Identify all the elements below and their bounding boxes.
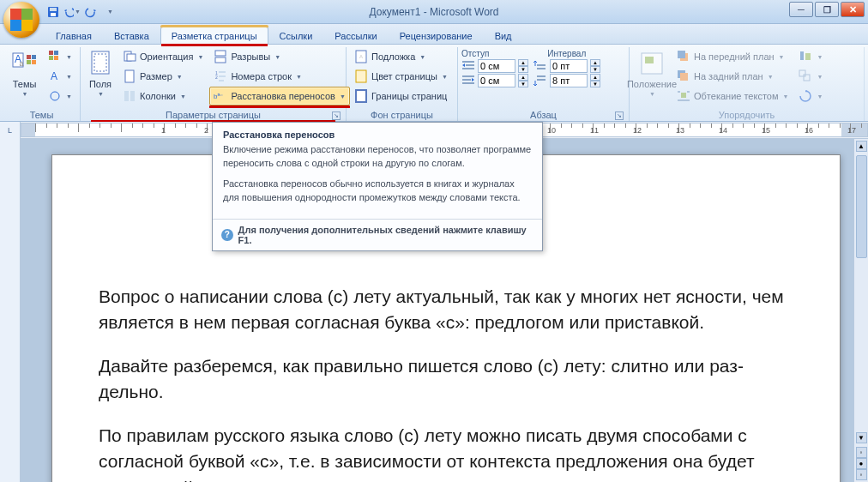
line-numbers-icon: 12 bbox=[214, 69, 227, 83]
chevron-down-icon: ▼ bbox=[197, 54, 203, 60]
svg-rect-22 bbox=[130, 91, 135, 101]
tab-mailings[interactable]: Рассылки bbox=[323, 27, 388, 44]
svg-rect-35 bbox=[462, 61, 474, 63]
send-to-back-button[interactable]: На задний план▼ bbox=[672, 67, 793, 86]
text-wrap-button[interactable]: Обтекание текстом▼ bbox=[672, 87, 793, 105]
close-button[interactable]: ✕ bbox=[841, 2, 865, 17]
svg-text:bª⁻: bª⁻ bbox=[214, 93, 223, 100]
themes-icon: Aa bbox=[11, 50, 39, 77]
line-numbers-label: Номера строк bbox=[231, 71, 292, 81]
page-color-button[interactable]: Цвет страницы▼ bbox=[350, 67, 452, 86]
rotate-button[interactable]: ▼ bbox=[794, 87, 827, 105]
group-button[interactable]: ▼ bbox=[794, 67, 827, 86]
spinner-down[interactable]: ▼ bbox=[518, 81, 528, 87]
spacing-before-icon bbox=[533, 59, 547, 73]
spacing-after-field[interactable]: ▲▼ bbox=[533, 74, 600, 87]
breaks-button[interactable]: Разрывы▼ bbox=[209, 47, 349, 66]
maximize-button[interactable]: ❐ bbox=[815, 2, 839, 17]
svg-text:a: a bbox=[19, 59, 23, 68]
group-arrange: Положение ▼ На передний план▼ На задний … bbox=[630, 47, 865, 121]
vertical-scrollbar[interactable]: ▲ ▼ ◦ ● ◦ bbox=[853, 139, 868, 482]
document-paragraph: Давайте разберемся, как правильно пишетс… bbox=[99, 353, 793, 406]
spinner-up[interactable]: ▲ bbox=[518, 74, 528, 81]
browse-prev-button[interactable]: ◦ bbox=[856, 447, 867, 458]
scroll-up-button[interactable]: ▲ bbox=[856, 141, 867, 152]
tooltip-footer: ? Для получения дополнительных сведений … bbox=[213, 219, 542, 250]
chevron-down-icon: ▼ bbox=[817, 93, 823, 99]
page-color-label: Цвет страницы bbox=[371, 71, 437, 81]
line-numbers-button[interactable]: 12Номера строк▼ bbox=[209, 67, 349, 86]
page-borders-button[interactable]: Границы страниц bbox=[350, 87, 452, 105]
spinner-down[interactable]: ▼ bbox=[518, 66, 528, 73]
browse-select-button[interactable]: ● bbox=[856, 458, 867, 469]
position-icon bbox=[638, 50, 666, 77]
tab-references[interactable]: Ссылки bbox=[268, 27, 324, 44]
theme-colors-button[interactable]: ▼ bbox=[44, 47, 76, 66]
paragraph-dialog-launcher[interactable]: ↘ bbox=[615, 111, 624, 120]
chevron-down-icon: ▼ bbox=[817, 74, 823, 80]
spinner-up[interactable]: ▲ bbox=[590, 59, 600, 66]
scroll-thumb[interactable] bbox=[856, 155, 867, 258]
tab-page-layout[interactable]: Разметка страницы bbox=[160, 27, 268, 44]
group-page-background: AПодложка▼ Цвет страницы▼ Границы страни… bbox=[347, 47, 458, 121]
align-button[interactable]: ▼ bbox=[794, 47, 827, 66]
theme-effects-button[interactable]: ▼ bbox=[44, 87, 76, 105]
spacing-before-input[interactable] bbox=[550, 59, 588, 73]
orientation-button[interactable]: Ориентация▼ bbox=[118, 47, 208, 66]
chevron-down-icon: ▼ bbox=[419, 54, 425, 60]
theme-fonts-button[interactable]: A▼ bbox=[44, 67, 76, 86]
indent-right-icon bbox=[461, 74, 475, 87]
office-logo-icon bbox=[10, 9, 33, 31]
spacing-before-field[interactable]: ▲▼ bbox=[533, 59, 600, 73]
help-icon: ? bbox=[221, 229, 233, 241]
indent-left-field[interactable]: ▲▼ bbox=[461, 59, 528, 73]
watermark-icon: A bbox=[354, 50, 368, 63]
margins-button[interactable]: Поля ▼ bbox=[84, 47, 117, 99]
indent-left-input[interactable] bbox=[478, 59, 515, 73]
tooltip-body: Включение режима расстановки переносов, … bbox=[213, 143, 542, 219]
spacing-after-input[interactable] bbox=[550, 74, 588, 87]
svg-rect-10 bbox=[49, 51, 53, 55]
tooltip-p1: Включение режима расстановки переносов, … bbox=[223, 143, 532, 171]
tab-view[interactable]: Вид bbox=[484, 27, 523, 44]
qat-customize[interactable]: ▼ bbox=[101, 3, 118, 21]
breaks-icon bbox=[214, 50, 227, 63]
scroll-down-button[interactable]: ▼ bbox=[856, 432, 867, 443]
minimize-button[interactable]: ─ bbox=[789, 2, 813, 17]
margins-label: Поля bbox=[89, 79, 112, 89]
chevron-down-icon: ▼ bbox=[274, 54, 280, 60]
watermark-button[interactable]: AПодложка▼ bbox=[350, 47, 452, 66]
vertical-ruler[interactable] bbox=[0, 139, 21, 482]
tooltip-footer-text: Для получения дополнительных сведений на… bbox=[238, 225, 533, 245]
save-button[interactable] bbox=[45, 3, 62, 21]
send-back-icon bbox=[677, 69, 690, 83]
svg-rect-56 bbox=[805, 53, 811, 60]
browse-next-button[interactable]: ◦ bbox=[856, 469, 867, 480]
svg-rect-40 bbox=[462, 75, 474, 77]
tab-review[interactable]: Рецензирование bbox=[389, 27, 484, 44]
bring-to-front-button[interactable]: На передний план▼ bbox=[672, 47, 793, 66]
svg-rect-46 bbox=[645, 57, 654, 63]
page-setup-dialog-launcher[interactable]: ↘ bbox=[332, 111, 341, 120]
hyphenation-button[interactable]: bª⁻Расстановка переносов▼ bbox=[209, 87, 349, 105]
spinner-down[interactable]: ▼ bbox=[590, 66, 600, 73]
columns-icon bbox=[123, 89, 136, 103]
spinner-down[interactable]: ▼ bbox=[590, 81, 600, 87]
tab-home[interactable]: Главная bbox=[45, 27, 103, 44]
svg-rect-57 bbox=[799, 70, 805, 76]
spinner-up[interactable]: ▲ bbox=[518, 59, 528, 66]
office-button[interactable] bbox=[3, 2, 39, 38]
chevron-down-icon: ▼ bbox=[66, 54, 72, 60]
indent-right-input[interactable] bbox=[478, 74, 515, 87]
redo-button[interactable] bbox=[82, 3, 99, 21]
undo-button[interactable]: ▼ bbox=[63, 3, 81, 21]
tab-insert[interactable]: Вставка bbox=[103, 27, 160, 44]
columns-button[interactable]: Колонки▼ bbox=[118, 87, 208, 105]
indent-right-field[interactable]: ▲▼ bbox=[461, 74, 528, 87]
ribbon-tabs: Главная Вставка Разметка страницы Ссылки… bbox=[0, 24, 868, 45]
position-button[interactable]: Положение ▼ bbox=[633, 47, 671, 99]
size-button[interactable]: Размер▼ bbox=[118, 67, 208, 86]
chevron-down-icon: ▼ bbox=[783, 93, 789, 99]
themes-button[interactable]: Aa Темы ▼ bbox=[7, 47, 42, 99]
spinner-up[interactable]: ▲ bbox=[590, 74, 600, 81]
